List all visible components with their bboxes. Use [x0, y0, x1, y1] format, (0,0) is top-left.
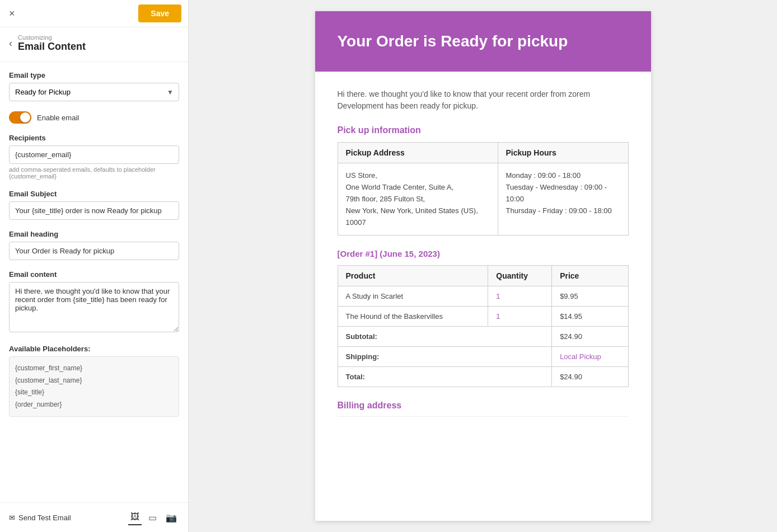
- placeholders-group: Available Placeholders: {customer_first_…: [9, 345, 179, 417]
- email-heading-group: Email heading: [9, 230, 179, 260]
- product-price: $9.95: [552, 286, 628, 307]
- shipping-label: Shipping:: [338, 347, 552, 367]
- email-header-banner: Your Order is Ready for pickup: [315, 11, 651, 72]
- enable-email-row: Enable email: [9, 111, 179, 124]
- email-icon: ✉: [9, 514, 15, 522]
- pickup-hours-cell: Monday : 09:00 - 18:00Tuesday - Wednesda…: [498, 163, 628, 236]
- email-type-select[interactable]: Ready for Pickup Order Confirmed Order S…: [9, 83, 179, 101]
- product-name: A Study in Scarlet: [338, 286, 488, 307]
- send-test-email-link[interactable]: ✉ Send Test Email: [9, 514, 71, 522]
- pickup-table: Pickup Address Pickup Hours US Store,One…: [338, 142, 629, 236]
- pickup-section-title: Pick up information: [338, 125, 629, 135]
- email-heading-input[interactable]: [9, 242, 179, 260]
- email-content-textarea[interactable]: Hi there. we thought you'd like to know …: [9, 282, 179, 332]
- order-row-1: A Study in Scarlet 1 $9.95: [338, 286, 628, 307]
- tablet-icon: ▭: [148, 513, 157, 522]
- email-type-group: Email type Ready for Pickup Order Confir…: [9, 71, 179, 101]
- close-button[interactable]: ×: [7, 6, 17, 22]
- placeholder-item: {site_title}: [15, 387, 173, 399]
- placeholder-item: {customer_last_name}: [15, 375, 173, 387]
- top-bar: × Save: [0, 0, 188, 27]
- tablet-view-button[interactable]: ▭: [146, 510, 159, 525]
- quantity-header: Quantity: [488, 266, 552, 286]
- mobile-icon: 📷: [166, 513, 177, 522]
- panel-body: Email type Ready for Pickup Order Confir…: [0, 62, 188, 502]
- email-body: Hi there. we thought you'd like to know …: [315, 72, 651, 437]
- email-subject-input[interactable]: [9, 201, 179, 220]
- email-content-group: Email content Hi there. we thought you'd…: [9, 270, 179, 335]
- email-preview: Your Order is Ready for pickup Hi there.…: [315, 11, 651, 521]
- order-row-2: The Hound of the Baskervilles 1 $14.95: [338, 307, 628, 327]
- placeholders-box: {customer_first_name} {customer_last_nam…: [9, 356, 179, 417]
- product-name: The Hound of the Baskervilles: [338, 307, 488, 327]
- customizing-header: ‹ Customizing Email Content: [0, 27, 188, 62]
- email-subject-group: Email Subject: [9, 190, 179, 220]
- pickup-address-header: Pickup Address: [338, 143, 498, 163]
- subtotal-label: Subtotal:: [338, 327, 552, 347]
- order-title: [Order #1] (June 15, 2023): [338, 249, 629, 258]
- placeholders-label: Available Placeholders:: [9, 345, 179, 353]
- monitor-icon: 🖼: [130, 512, 139, 521]
- customizing-breadcrumb: Customizing: [18, 34, 86, 41]
- placeholder-item: {customer_first_name}: [15, 362, 173, 375]
- shipping-value: Local Pickup: [552, 347, 628, 367]
- order-table: Product Quantity Price A Study in Scarle…: [338, 265, 629, 387]
- product-header: Product: [338, 266, 488, 286]
- email-heading-label: Email heading: [9, 230, 179, 238]
- subtotal-value: $24.90: [552, 327, 628, 347]
- recipients-label: Recipients: [9, 134, 179, 142]
- billing-address-line: [338, 416, 629, 420]
- save-button[interactable]: Save: [138, 4, 181, 22]
- mobile-view-button[interactable]: 📷: [163, 510, 179, 525]
- left-panel: × Save ‹ Customizing Email Content Email…: [0, 0, 189, 532]
- send-test-label: Send Test Email: [18, 514, 71, 522]
- customizing-title: Email Content: [18, 41, 86, 53]
- product-qty: 1: [488, 307, 552, 327]
- customizing-info: Customizing Email Content: [18, 34, 86, 53]
- pickup-address-cell: US Store,One World Trade Center, Suite A…: [338, 163, 498, 236]
- recipients-group: Recipients add comma-seperated emails, d…: [9, 134, 179, 180]
- footer-icons: 🖼 ▭ 📷: [128, 510, 179, 525]
- back-button[interactable]: ‹: [9, 37, 12, 49]
- price-header: Price: [552, 266, 628, 286]
- right-panel: Your Order is Ready for pickup Hi there.…: [189, 0, 777, 532]
- subtotal-row: Subtotal: $24.90: [338, 327, 628, 347]
- desktop-view-button[interactable]: 🖼: [128, 510, 142, 525]
- email-preview-title: Your Order is Ready for pickup: [338, 31, 629, 51]
- enable-email-toggle[interactable]: [9, 111, 31, 124]
- panel-footer: ✉ Send Test Email 🖼 ▭ 📷: [0, 502, 188, 532]
- pickup-hours-header: Pickup Hours: [498, 143, 628, 163]
- recipients-hint: add comma-seperated emails, defaults to …: [9, 166, 179, 180]
- email-intro-text: Hi there. we thought you'd like to know …: [338, 88, 629, 112]
- email-type-select-wrapper: Ready for Pickup Order Confirmed Order S…: [9, 83, 179, 101]
- billing-section-title: Billing address: [338, 401, 629, 411]
- total-value: $24.90: [552, 367, 628, 387]
- email-type-label: Email type: [9, 71, 179, 79]
- email-subject-label: Email Subject: [9, 190, 179, 198]
- product-qty: 1: [488, 286, 552, 307]
- enable-email-label: Enable email: [37, 114, 79, 122]
- total-label: Total:: [338, 367, 552, 387]
- shipping-row: Shipping: Local Pickup: [338, 347, 628, 367]
- email-content-label: Email content: [9, 270, 179, 279]
- recipients-input[interactable]: [9, 145, 179, 164]
- placeholder-item: {order_number}: [15, 399, 173, 411]
- toggle-knob: [20, 112, 30, 123]
- total-row: Total: $24.90: [338, 367, 628, 387]
- product-price: $14.95: [552, 307, 628, 327]
